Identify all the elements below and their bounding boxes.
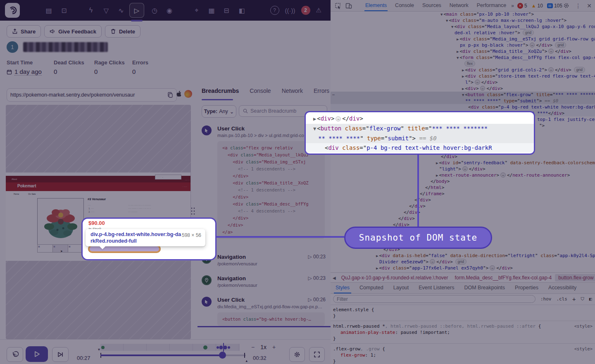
dom-tree-row[interactable]: ▶<div class="store-item text-red flex-gr… [331,73,595,79]
thumbnail-active[interactable]: ▣➤ [52,244,68,253]
timeline-event-dot[interactable] [217,346,219,349]
tab-network[interactable]: Network [282,87,303,94]
color-scheme-button[interactable]: ⛉ [581,296,584,302]
style-rule[interactable]: html.rrweb-paused *, html.rrweb-paused :… [331,321,595,344]
dom-tree-row[interactable]: </div> [331,209,595,215]
panel-tab-dom-breakpoints[interactable]: DOM Breakpoints [459,283,510,293]
timeline-events-strip[interactable] [100,344,240,351]
notification-badge[interactable]: 2 [301,6,310,15]
panel-tab-layout[interactable]: Layout [388,283,414,293]
dom-breadcrumb-selected[interactable]: button.flex-grow [555,274,595,281]
breadcrumb-timestamp[interactable]: ▷ 00:23 [308,275,326,281]
dom-tree-row[interactable]: </div> [331,203,595,209]
toggle-hover-state-button[interactable]: :hov [540,296,552,302]
dom-tree-row[interactable]: </div> [331,197,595,203]
dom-tree-row[interactable]: ▶<next-route-announcer>…</next-route-ann… [331,172,595,178]
dom-tree-row[interactable]: ▶<div class="app-17fx6el-Panel ex57qyh0"… [331,265,595,271]
style-rule[interactable]: element.style {} [331,305,595,321]
nav-replays-icon[interactable]: ▷ [129,3,144,18]
breadcrumb-timestamp[interactable]: ▷ 00:26 [308,297,326,303]
warning-icon[interactable]: ⚠ [316,7,321,14]
panel-tab-accessibility[interactable]: Accessibility [543,283,581,293]
give-feedback-button[interactable]: Give Feedback [44,25,102,38]
panel-tab-computed[interactable]: Computed [355,283,388,293]
breadcrumb-scroll-left-icon[interactable]: ◀ [331,276,338,280]
dom-tree-row[interactable]: ded-xl relative :hover">grid [331,30,595,36]
dom-tree-row[interactable]: ▶<div class="Media_title__XoQZu">…</div> [331,48,595,54]
dom-tree-row[interactable]: ▶<div>…</div> [331,85,595,92]
timeline-event-dot[interactable] [203,345,207,350]
dom-tree-row[interactable]: flex [331,61,595,67]
rewind-10-button[interactable]: 10 [7,347,23,362]
styles-filter-input[interactable]: Filter [333,295,536,303]
devtools-tab-network[interactable]: Network [445,0,473,11]
page-nav-link[interactable]: Home [14,193,19,195]
replay-url[interactable]: https://pokemon-market.sentry.dev/pokemo… [10,92,167,98]
timeline-event-dot[interactable] [219,345,223,349]
play-button[interactable] [26,346,48,362]
devtools-close-icon[interactable]: ✕ [587,2,592,9]
tab-breadcrumbs[interactable]: Breadcrumbs [202,87,239,94]
toggle-class-button[interactable]: .cls [557,296,568,302]
breadcrumb-item-user-click[interactable]: User Clickdiv.Media_img__eSTxj.grid.grid… [198,297,331,326]
style-property[interactable]: flex-grow: 1; [333,352,593,358]
timeline-event-dot[interactable] [101,346,105,349]
nav-issues-icon[interactable]: ▤ [42,3,56,17]
computed-sidebar-toggle-icon[interactable]: ◧ [589,296,592,302]
breadcrumb-item-navigation[interactable]: Navigation/pokemon/venusaur▷ 00:23 [198,275,331,288]
dom-tree-row[interactable]: ▼<div class="m-auto max-w-screen-lg :hov… [331,17,595,24]
dom-tree-row[interactable]: ▶<div class="Media_img__eSTxj grid grid-… [331,36,595,42]
console-errors-badge[interactable]: ✕5 [517,3,527,9]
dom-tree-row[interactable]: </body> [331,178,595,184]
dom-tree-row[interactable]: </html> [331,184,595,191]
issues-badge[interactable]: ▤105 [547,3,562,9]
timeline-scrubber[interactable]: ▾ ▴ [100,352,246,359]
scrub-handle[interactable] [219,352,226,359]
speed-decrease-button[interactable]: − [251,344,255,350]
nav-projects-icon[interactable]: ⊡ [57,3,71,17]
nav-alerts-icon[interactable]: ◉ [162,3,176,17]
fullscreen-button[interactable] [309,347,325,362]
style-rule[interactable]: .flex-grow, .grow {<style>flex-grow: 1;} [331,344,595,364]
breadcrumb-timestamp[interactable]: ▷ 00:23 [308,254,326,260]
thumbnail[interactable]: ▣ [37,244,53,253]
speed-value[interactable]: 1x [260,344,267,350]
player-settings-button[interactable] [289,347,305,362]
nav-releases-icon[interactable]: ⊟ [219,3,233,17]
nav-performance-icon[interactable]: ϟ [84,3,98,17]
more-tabs-icon[interactable]: » [511,3,514,9]
style-origin-link[interactable]: <style> [574,323,593,329]
device-toolbar-icon[interactable] [345,2,352,9]
nav-metrics-icon[interactable]: ∿ [114,3,128,17]
style-property[interactable]: animation-play-state: paused !important; [333,329,593,336]
help-icon[interactable]: ? [270,6,279,15]
panel-tab-styles[interactable]: Styles [331,283,355,293]
page-nav-link[interactable]: On Sale [28,193,36,195]
dom-tree-row[interactable]: ▼<button class="flex-grow" title="*** **… [331,92,595,98]
timeline-event-dot[interactable] [228,346,230,349]
dom-tree-row[interactable]: <div class="p-4 bg-red text-white hover:… [331,104,595,110]
devtools-tab-elements[interactable]: Elements [361,0,391,11]
dom-tree-row[interactable]: </div> [331,215,595,222]
dom-tree-row[interactable]: ▶<div data-is-held="false" data-slide-di… [331,253,595,259]
dom-tree-row[interactable]: px p-px bg-black :hover">…</div>grid [331,42,595,48]
next-breadcrumb-button[interactable] [52,347,69,362]
console-warnings-badge[interactable]: ▲10 [531,3,543,9]
devtools-tab-console[interactable]: Console [391,0,418,11]
devtools-tab-sources[interactable]: Sources [418,0,445,11]
dom-tree-row[interactable]: ▶<div class="grid grid-cols-2">…</div>gr… [331,67,595,73]
style-origin-link[interactable]: <style> [574,346,593,352]
dom-tree-row[interactable]: ▼<form class="Media_desc__bfFYg flex fle… [331,54,595,61]
nav-feedback-icon[interactable]: ◧ [235,3,249,17]
devtools-tab-performance[interactable]: Performance [473,0,511,11]
dom-tree-row[interactable]: ▶<div id="sentry-feedback" data-sentry-f… [331,160,595,166]
devtools-settings-icon[interactable] [563,2,569,9]
dom-tree-row[interactable]: ▼<main class="px-10 pb-10 :hover"> [331,11,595,17]
dom-tree-row[interactable]: ** **** ****" type="submit"> == $0 [331,98,595,104]
panel-tab-event-listeners[interactable]: Event Listeners [414,283,459,293]
inspect-element-icon[interactable] [335,2,341,9]
type-filter-dropdown[interactable]: Type: Any ⌄ [202,105,236,118]
panel-tab-properties[interactable]: Properties [510,283,543,293]
nav-profiling-icon[interactable]: ▽ [99,3,113,17]
nav-dashboards-icon[interactable]: ▦ [205,3,219,17]
